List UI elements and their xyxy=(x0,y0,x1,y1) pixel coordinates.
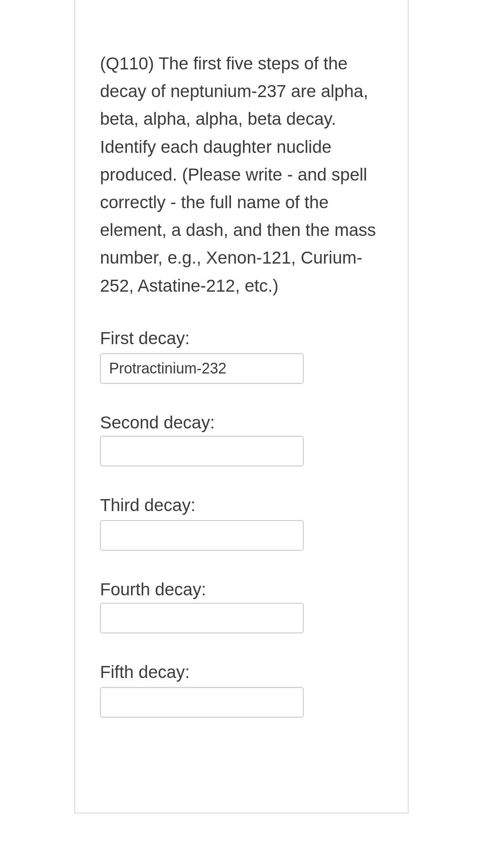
fifth-decay-label: Fifth decay: xyxy=(100,662,190,682)
first-decay-label: First decay: xyxy=(100,328,190,348)
fourth-decay-row: Fourth decay: xyxy=(100,580,383,633)
first-decay-input[interactable] xyxy=(100,353,304,384)
fifth-decay-row: Fifth decay: xyxy=(100,662,383,718)
third-decay-row: Third decay: xyxy=(100,495,383,551)
second-decay-label: Second decay: xyxy=(100,413,215,433)
question-text: (Q110) The first five steps of the decay… xyxy=(100,50,383,300)
second-decay-input[interactable] xyxy=(100,436,304,466)
question-card: (Q110) The first five steps of the decay… xyxy=(74,0,409,813)
first-decay-row: First decay: xyxy=(100,328,383,384)
fourth-decay-label: Fourth decay: xyxy=(100,580,206,599)
fifth-decay-input[interactable] xyxy=(100,687,304,718)
fourth-decay-input[interactable] xyxy=(100,603,304,633)
third-decay-input[interactable] xyxy=(100,520,304,551)
third-decay-label: Third decay: xyxy=(100,495,195,515)
second-decay-row: Second decay: xyxy=(100,413,383,466)
